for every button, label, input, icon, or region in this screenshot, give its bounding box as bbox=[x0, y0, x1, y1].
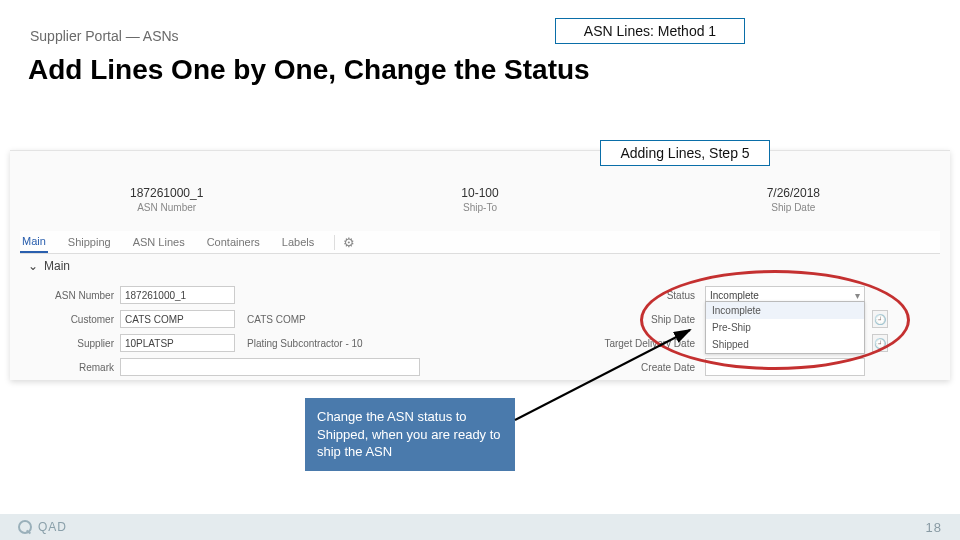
label-customer: Customer bbox=[10, 314, 120, 325]
qad-logo-text: QAD bbox=[38, 520, 67, 534]
calendar-icon[interactable]: 🕘 bbox=[872, 310, 888, 328]
summary-shipdate: 7/26/2018 Ship Date bbox=[637, 186, 950, 213]
page-number: 18 bbox=[926, 520, 942, 535]
step-chip: Adding Lines, Step 5 bbox=[600, 140, 770, 166]
label-create-date: Create Date bbox=[585, 362, 695, 373]
input-supplier[interactable]: 10PLATSP bbox=[120, 334, 235, 352]
section-header[interactable]: ⌄ Main bbox=[28, 259, 70, 273]
input-asn-number[interactable]: 187261000_1 bbox=[120, 286, 235, 304]
qad-logo-icon bbox=[18, 520, 32, 534]
section-title: Main bbox=[44, 259, 70, 273]
chevron-down-icon: ⌄ bbox=[28, 259, 38, 273]
page-title: Add Lines One by One, Change the Status bbox=[28, 54, 590, 86]
chevron-down-icon: ▾ bbox=[855, 290, 860, 301]
status-option-preship[interactable]: Pre-Ship bbox=[706, 319, 864, 336]
method-chip: ASN Lines: Method 1 bbox=[555, 18, 745, 44]
summary-shipto-value: 10-100 bbox=[323, 186, 636, 200]
supplier-desc: Plating Subcontractor - 10 bbox=[247, 338, 363, 349]
summary-asn: 187261000_1 ASN Number bbox=[10, 186, 323, 213]
summary-asn-label: ASN Number bbox=[10, 202, 323, 213]
tab-asn-lines[interactable]: ASN Lines bbox=[131, 232, 187, 252]
select-status-value: Incomplete bbox=[710, 290, 759, 301]
label-target-date: Target Delivery Date bbox=[585, 338, 695, 349]
footer: QAD 18 bbox=[0, 514, 960, 540]
tab-main[interactable]: Main bbox=[20, 231, 48, 253]
summary-shipto-label: Ship-To bbox=[323, 202, 636, 213]
tabs: Main Shipping ASN Lines Containers Label… bbox=[20, 231, 940, 254]
input-remark[interactable] bbox=[120, 358, 420, 376]
summary-shipdate-value: 7/26/2018 bbox=[637, 186, 950, 200]
summary-asn-value: 187261000_1 bbox=[10, 186, 323, 200]
tab-labels[interactable]: Labels bbox=[280, 232, 316, 252]
label-supplier: Supplier bbox=[10, 338, 120, 349]
tab-containers[interactable]: Containers bbox=[205, 232, 262, 252]
breadcrumb: Supplier Portal — ASNs bbox=[30, 28, 179, 44]
app-screenshot: 187261000_1 ASN Number 10-100 Ship-To 7/… bbox=[10, 150, 950, 380]
summary-row: 187261000_1 ASN Number 10-100 Ship-To 7/… bbox=[10, 186, 950, 213]
status-option-shipped[interactable]: Shipped bbox=[706, 336, 864, 353]
label-remark: Remark bbox=[10, 362, 120, 373]
summary-shipto: 10-100 Ship-To bbox=[323, 186, 636, 213]
input-create-date[interactable] bbox=[705, 358, 865, 376]
tab-shipping[interactable]: Shipping bbox=[66, 232, 113, 252]
calendar-icon[interactable]: 🕘 bbox=[872, 334, 888, 352]
customer-desc: CATS COMP bbox=[247, 314, 306, 325]
callout-box: Change the ASN status to Shipped, when y… bbox=[305, 398, 515, 471]
form-area: ASN Number 187261000_1 Status Incomplete… bbox=[10, 283, 950, 379]
gear-icon[interactable]: ⚙ bbox=[334, 235, 355, 250]
input-customer[interactable]: CATS COMP bbox=[120, 310, 235, 328]
qad-logo: QAD bbox=[18, 520, 67, 534]
status-option-incomplete[interactable]: Incomplete bbox=[706, 302, 864, 319]
label-ship-date: Ship Date bbox=[585, 314, 695, 325]
summary-shipdate-label: Ship Date bbox=[637, 202, 950, 213]
status-dropdown: Incomplete Pre-Ship Shipped bbox=[705, 301, 865, 354]
label-status: Status bbox=[585, 290, 695, 301]
label-asn-number: ASN Number bbox=[10, 290, 120, 301]
